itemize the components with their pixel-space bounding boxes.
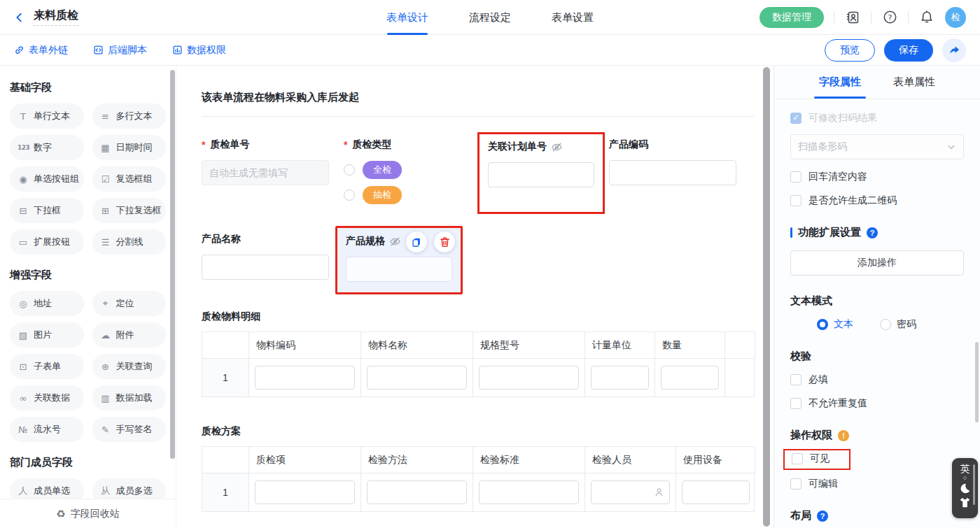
radio-sampling-inspection[interactable] <box>344 190 355 201</box>
inspection-method-input[interactable] <box>367 480 467 504</box>
contacts-book-icon[interactable] <box>844 9 861 26</box>
add-action-button[interactable]: 添加操作 <box>790 250 964 276</box>
backend-script-link[interactable]: 后端脚本 <box>93 44 147 57</box>
field-item-radio-group[interactable]: ◉单选按钮组 <box>10 166 84 192</box>
notification-bell-icon[interactable] <box>918 9 935 26</box>
column-header: 规格型号 <box>473 332 585 359</box>
translate-widget[interactable]: 英 <box>952 458 978 518</box>
form-external-link[interactable]: 表单外链 <box>14 44 68 57</box>
save-button[interactable]: 保存 <box>884 39 933 62</box>
radio-full-inspection[interactable] <box>344 164 355 176</box>
widget-scrollbar <box>973 464 975 505</box>
plan-number-input[interactable] <box>488 162 594 187</box>
field-item-label: 子表单 <box>34 360 61 373</box>
field-item-signature[interactable]: ✎手写签名 <box>92 417 167 442</box>
field-product-code[interactable]: 产品编码 <box>609 138 736 204</box>
field-item-multi-select[interactable]: ⊞下拉复选框 <box>92 198 167 223</box>
field-item-extend-button[interactable]: ▭扩展按钮 <box>10 229 84 255</box>
tab-flow-setting[interactable]: 流程设定 <box>469 0 511 35</box>
field-item-linked-data[interactable]: ∞关联数据 <box>10 385 84 411</box>
language-badge[interactable]: 英 <box>960 464 970 474</box>
product-code-input[interactable] <box>609 160 736 185</box>
badge-full-inspection[interactable]: 全检 <box>363 161 402 179</box>
field-qc-number[interactable]: *质检单号 <box>202 138 329 204</box>
product-spec-input[interactable] <box>346 257 452 282</box>
section-title-basic-fields: 基础字段 <box>10 81 166 94</box>
field-item-data-load[interactable]: ▥数据加载 <box>92 385 167 411</box>
tab-form-setting[interactable]: 表单设置 <box>552 0 594 35</box>
checkbox-allow-qrcode[interactable] <box>790 195 802 206</box>
field-item-label: 图片 <box>34 329 52 341</box>
copy-field-button[interactable] <box>406 231 427 252</box>
theme-shirt-icon[interactable] <box>959 497 971 508</box>
page-title: 来料质检 <box>34 8 78 26</box>
field-item-attachment[interactable]: ☁附件 <box>92 322 167 348</box>
field-item-number[interactable]: 123数字 <box>10 135 84 160</box>
chevron-down-icon <box>946 142 956 152</box>
inspection-standard-input[interactable] <box>479 480 579 504</box>
tab-field-properties[interactable]: 字段属性 <box>819 66 861 99</box>
checkbox-no-duplicate[interactable] <box>790 398 802 409</box>
product-name-input[interactable] <box>202 255 329 280</box>
lookup-icon: ⊕ <box>100 362 111 372</box>
field-recycle-bin[interactable]: ♻ 字段回收站 <box>0 499 176 528</box>
field-item-multi-line-text[interactable]: ≡多行文本 <box>92 104 167 129</box>
field-product-name[interactable]: 产品名称 <box>202 233 329 284</box>
field-item-select[interactable]: ⊟下拉框 <box>10 198 84 223</box>
share-button[interactable] <box>942 38 966 62</box>
field-product-spec-selected[interactable]: 产品规格 <box>335 226 463 294</box>
material-code-input[interactable] <box>255 366 355 390</box>
field-item-label: 下拉复选框 <box>116 204 162 217</box>
help-icon[interactable]: ? <box>881 9 898 26</box>
checkbox-editable[interactable] <box>790 478 802 490</box>
qc-number-input[interactable] <box>202 160 329 185</box>
tab-form-properties[interactable]: 表单属性 <box>893 66 935 99</box>
warning-circle-icon[interactable]: ! <box>838 430 849 441</box>
panel-scrollbar[interactable] <box>975 342 979 422</box>
field-item-location[interactable]: ⌖定位 <box>92 291 167 316</box>
help-circle-icon[interactable]: ? <box>867 227 878 238</box>
quantity-input[interactable] <box>661 366 719 390</box>
checkbox-visible[interactable] <box>792 453 803 464</box>
data-manage-button[interactable]: 数据管理 <box>760 7 824 28</box>
canvas-scrollbar[interactable] <box>763 67 770 527</box>
qc-plan-subform-table: 质检项 检验方法 检验标准 检验人员 使用设备 1 <box>202 446 755 512</box>
column-header-empty <box>725 332 755 359</box>
badge-sampling-inspection[interactable]: 抽检 <box>363 186 402 204</box>
field-item-address[interactable]: ◎地址 <box>10 291 84 316</box>
checkbox-clear-on-enter[interactable] <box>790 171 802 183</box>
data-permission-link[interactable]: 数据权限 <box>172 44 226 57</box>
back-button[interactable] <box>14 12 25 23</box>
field-qc-type[interactable]: *质检类型 全检 抽检 <box>344 138 471 204</box>
field-item-datetime[interactable]: ▦日期时间 <box>92 135 167 160</box>
section-title-member-fields: 部门成员字段 <box>10 456 166 469</box>
spec-model-input[interactable] <box>479 366 579 390</box>
field-item-subform[interactable]: ⊡子表单 <box>10 354 84 379</box>
help-circle-icon[interactable]: ? <box>817 511 828 522</box>
checkbox-required[interactable] <box>790 374 802 385</box>
sidebar-scrollbar[interactable] <box>170 70 175 459</box>
field-item-lookup-query[interactable]: ⊕关联查询 <box>92 354 167 379</box>
delete-field-button[interactable] <box>434 231 455 252</box>
tab-form-design[interactable]: 表单设计 <box>386 0 428 35</box>
preview-button[interactable]: 预览 <box>825 39 875 62</box>
field-item-checkbox-group[interactable]: ☑复选框组 <box>92 166 167 192</box>
field-item-serial-number[interactable]: №流水号 <box>10 417 84 442</box>
user-avatar[interactable]: 检 <box>945 7 966 28</box>
text-icon: T <box>18 111 29 122</box>
qc-item-input[interactable] <box>255 480 355 504</box>
radio-text-mode-password[interactable]: 密码 <box>880 318 916 331</box>
field-plan-number-annotated[interactable]: 关联计划单号 <box>477 132 605 214</box>
field-item-divider-line[interactable]: ☰分割线 <box>92 229 167 255</box>
script-icon <box>93 45 104 55</box>
material-name-input[interactable] <box>367 366 467 390</box>
dark-mode-moon-icon[interactable] <box>958 482 972 495</box>
radio-text-mode-text[interactable]: 文本 <box>817 318 853 331</box>
field-item-image[interactable]: ▨图片 <box>10 322 84 348</box>
table-cell-empty <box>725 359 755 397</box>
equipment-input[interactable] <box>682 480 750 504</box>
unit-input[interactable] <box>591 366 649 390</box>
scan-mode-select[interactable]: 扫描条形码 <box>790 134 964 159</box>
checkbox-scan-editable[interactable] <box>790 113 802 124</box>
field-item-single-line-text[interactable]: T单行文本 <box>10 104 84 129</box>
